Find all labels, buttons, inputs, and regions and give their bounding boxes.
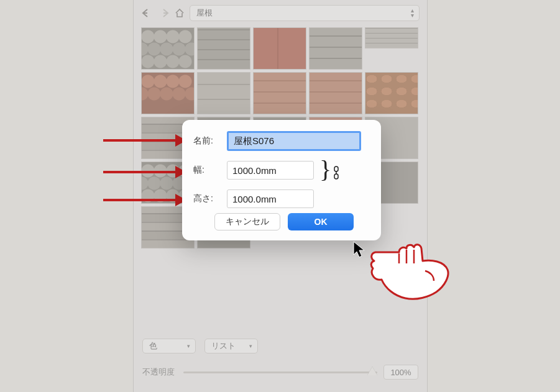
ok-button-label: OK — [314, 217, 328, 227]
cancel-button[interactable]: キャンセル — [214, 213, 280, 230]
pointing-hand-icon — [369, 242, 450, 312]
cancel-button-label: キャンセル — [226, 216, 269, 227]
height-label: 高さ: — [193, 193, 227, 204]
width-label: 幅: — [193, 165, 227, 176]
annotation-arrow — [103, 171, 185, 173]
annotation-arrow — [103, 139, 185, 142]
brace-icon: } — [319, 157, 331, 182]
svg-rect-1 — [334, 174, 338, 179]
name-field[interactable] — [227, 131, 361, 151]
ok-button[interactable]: OK — [288, 213, 354, 230]
annotation-arrow — [103, 199, 185, 201]
svg-rect-0 — [334, 166, 338, 171]
texture-edit-dialog: 名前: 幅: 高さ: } キャンセル OK — [182, 120, 381, 240]
link-aspect-icon[interactable] — [333, 166, 340, 181]
width-field[interactable] — [227, 161, 314, 180]
height-field[interactable] — [227, 189, 314, 208]
name-label: 名前: — [193, 135, 227, 147]
